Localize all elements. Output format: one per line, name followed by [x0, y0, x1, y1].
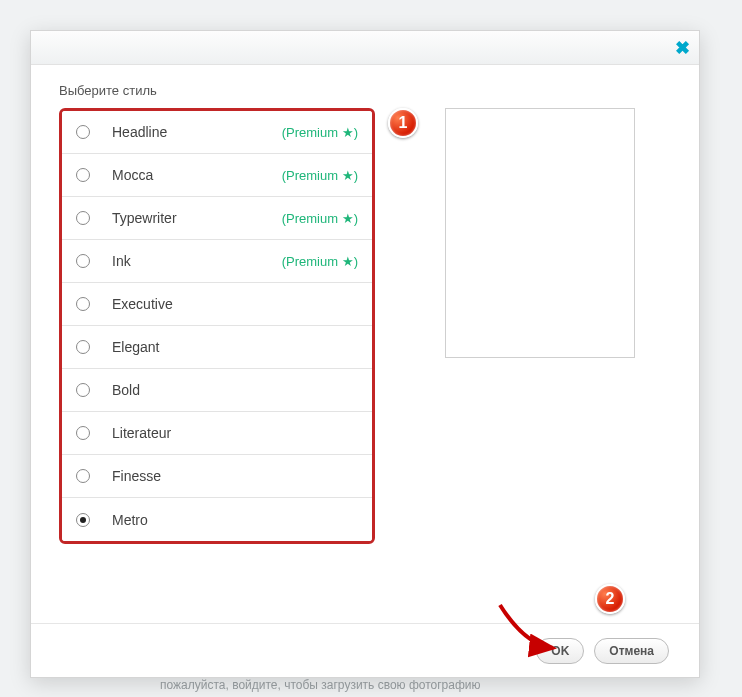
style-list: Headline(Premium ★)Mocca(Premium ★)Typew…	[59, 108, 375, 544]
style-option-elegant[interactable]: Elegant	[62, 326, 372, 369]
background-hint-text: пожалуйста, войдите, чтобы загрузить сво…	[160, 678, 481, 692]
radio-icon[interactable]	[76, 297, 90, 311]
style-name-label: Finesse	[112, 468, 358, 484]
dialog-header: ✖	[31, 31, 699, 65]
style-name-label: Headline	[112, 124, 282, 140]
radio-icon[interactable]	[76, 211, 90, 225]
style-chooser-dialog: ✖ Выберите стиль Headline(Premium ★)Mocc…	[30, 30, 700, 678]
radio-icon[interactable]	[76, 513, 90, 527]
cancel-button[interactable]: Отмена	[594, 638, 669, 664]
ok-button[interactable]: OK	[536, 638, 584, 664]
dialog-footer: OK Отмена	[31, 623, 699, 677]
style-name-label: Mocca	[112, 167, 282, 183]
radio-icon[interactable]	[76, 426, 90, 440]
radio-icon[interactable]	[76, 168, 90, 182]
style-name-label: Ink	[112, 253, 282, 269]
style-name-label: Bold	[112, 382, 358, 398]
premium-badge: (Premium ★)	[282, 254, 358, 269]
style-option-ink[interactable]: Ink(Premium ★)	[62, 240, 372, 283]
style-option-mocca[interactable]: Mocca(Premium ★)	[62, 154, 372, 197]
style-option-headline[interactable]: Headline(Premium ★)	[62, 111, 372, 154]
premium-badge: (Premium ★)	[282, 125, 358, 140]
radio-icon[interactable]	[76, 383, 90, 397]
premium-badge: (Premium ★)	[282, 168, 358, 183]
style-name-label: Metro	[112, 512, 358, 528]
style-option-executive[interactable]: Executive	[62, 283, 372, 326]
radio-icon[interactable]	[76, 340, 90, 354]
style-name-label: Elegant	[112, 339, 358, 355]
style-option-metro[interactable]: Metro	[62, 498, 372, 541]
content-row: Headline(Premium ★)Mocca(Premium ★)Typew…	[59, 108, 671, 544]
style-name-label: Literateur	[112, 425, 358, 441]
premium-badge: (Premium ★)	[282, 211, 358, 226]
section-title: Выберите стиль	[59, 83, 671, 98]
dialog-body: Выберите стиль Headline(Premium ★)Mocca(…	[31, 65, 699, 623]
radio-icon[interactable]	[76, 125, 90, 139]
style-option-finesse[interactable]: Finesse	[62, 455, 372, 498]
radio-icon[interactable]	[76, 254, 90, 268]
style-name-label: Executive	[112, 296, 358, 312]
style-name-label: Typewriter	[112, 210, 282, 226]
close-icon[interactable]: ✖	[675, 41, 689, 55]
style-option-typewriter[interactable]: Typewriter(Premium ★)	[62, 197, 372, 240]
radio-icon[interactable]	[76, 469, 90, 483]
style-option-bold[interactable]: Bold	[62, 369, 372, 412]
style-option-literateur[interactable]: Literateur	[62, 412, 372, 455]
preview-box	[445, 108, 635, 358]
